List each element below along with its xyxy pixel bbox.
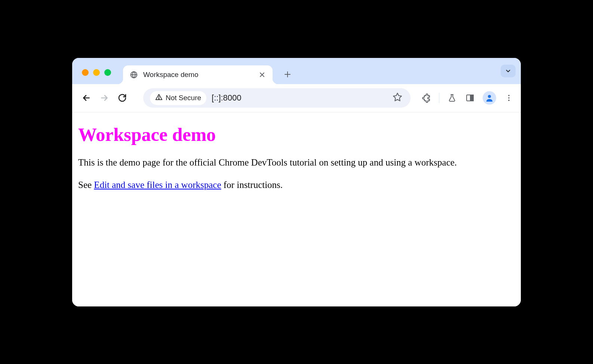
minimize-window-button[interactable]: [93, 69, 100, 76]
svg-point-9: [508, 100, 510, 101]
browser-window: Workspace demo: [72, 58, 521, 306]
svg-point-7: [508, 95, 510, 96]
reload-button[interactable]: [115, 90, 130, 105]
svg-rect-5: [470, 95, 473, 101]
text-suffix: for instructions.: [221, 180, 283, 190]
intro-paragraph: This is the demo page for the official C…: [78, 157, 515, 169]
globe-icon: [130, 71, 138, 79]
tab-title: Workspace demo: [143, 71, 253, 79]
search-tabs-button[interactable]: [501, 65, 516, 77]
side-panel-button[interactable]: [465, 93, 475, 103]
toolbar: Not Secure [::]:8000: [72, 84, 521, 112]
divider: [439, 93, 439, 103]
tab-bar: Workspace demo: [72, 58, 521, 84]
close-window-button[interactable]: [82, 69, 89, 76]
security-label: Not Secure: [166, 94, 201, 102]
instructions-paragraph: See Edit and save files in a workspace f…: [78, 179, 515, 191]
forward-button[interactable]: [97, 90, 112, 105]
security-chip[interactable]: Not Secure: [150, 91, 206, 105]
svg-point-8: [508, 97, 510, 99]
svg-point-2: [159, 98, 159, 99]
extensions-button[interactable]: [421, 93, 431, 103]
tutorial-link[interactable]: Edit and save files in a workspace: [94, 180, 221, 190]
svg-marker-3: [393, 93, 402, 101]
url-text[interactable]: [::]:8000: [212, 93, 386, 103]
back-button[interactable]: [79, 90, 94, 105]
window-controls: [77, 69, 116, 84]
page-content: Workspace demo This is the demo page for…: [72, 112, 521, 306]
svg-point-6: [488, 95, 491, 98]
close-tab-button[interactable]: [258, 71, 266, 78]
menu-button[interactable]: [504, 93, 514, 103]
toolbar-actions: [421, 91, 514, 105]
browser-tab[interactable]: Workspace demo: [123, 65, 273, 84]
warning-icon: [155, 93, 163, 103]
labs-button[interactable]: [447, 93, 457, 103]
address-bar[interactable]: Not Secure [::]:8000: [143, 88, 411, 108]
new-tab-button[interactable]: [281, 68, 294, 81]
page-heading: Workspace demo: [78, 124, 515, 145]
bookmark-button[interactable]: [391, 91, 404, 105]
maximize-window-button[interactable]: [104, 69, 111, 76]
text-prefix: See: [78, 180, 94, 190]
profile-button[interactable]: [483, 91, 496, 105]
